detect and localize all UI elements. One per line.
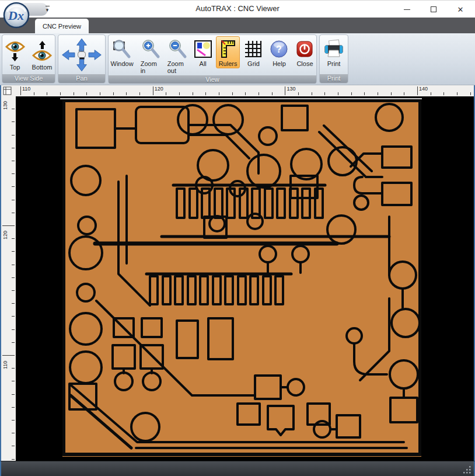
ruler-tick [12,381,15,381]
tab-bar: CNC Preview [0,18,475,33]
ruler-tick [404,92,404,95]
ruler-tick [205,92,206,95]
group-pan: Pan [58,34,106,84]
ruler-tick [470,92,471,95]
zoom-all-button[interactable]: All [191,36,215,68]
app-logo-icon[interactable]: Dx [3,2,30,31]
group-label-print: Print [320,74,348,83]
group-label-view-side: View Side [2,74,55,83]
all-label: All [200,60,207,67]
ruler-tick [100,92,100,95]
ruler-tick [378,92,378,95]
ruler-tick [12,186,15,187]
ruler-tick [232,92,233,95]
origin-icon [3,86,12,95]
maximize-icon [431,6,436,12]
ruler-tick [12,213,15,213]
ruler-tick [166,92,166,95]
ruler-tick [12,459,15,460]
grid-icon [244,39,263,60]
ruler-tick [351,92,352,95]
ruler-tick [34,92,34,95]
bottom-button[interactable]: Bottom [29,36,55,72]
horizontal-ruler: 110120130140 [16,85,474,96]
ruler-tick [431,92,431,95]
help-button[interactable]: ? Help [267,36,291,68]
vertical-ruler: 130120110 [1,96,16,461]
ruler-tick [126,92,127,95]
ruler-tick [312,92,312,95]
top-label: Top [10,64,20,71]
power-close-icon [295,39,314,60]
minimize-button[interactable] [393,1,420,18]
ruler-tick [12,200,15,200]
ruler-tick [12,420,15,421]
ruler-tick [74,92,74,95]
zoom-out-icon [167,39,187,60]
resize-grip[interactable] [462,465,471,474]
logo-text: Dx [8,8,24,23]
bottom-label: Bottom [32,64,53,71]
group-label-view: View [109,75,316,84]
ruler-tick [12,173,15,174]
zoom-out-button[interactable]: Zoom out [165,36,190,75]
ruler-origin-button[interactable] [1,85,16,96]
pan-up-arrow [77,39,87,51]
rulers-button[interactable]: Rulers [216,36,240,68]
cnc-viewport[interactable] [16,96,474,461]
ruler-tick [12,135,15,135]
ruler-label: 110 [22,86,30,92]
ruler-tick [12,265,15,265]
ruler-tick [443,92,444,95]
pan-down-arrow [77,58,87,71]
ruler-tick [12,407,15,408]
ruler-tick [2,355,15,356]
ruler-tick [2,225,15,226]
ruler-tick [324,92,325,95]
magnifier-window-icon [112,39,132,60]
close-window-button[interactable]: ✕ [447,1,474,18]
ruler-tick [391,92,392,95]
group-print: Print Print [319,34,348,84]
ruler-tick [12,316,15,317]
grid-button[interactable]: Grid [241,36,266,68]
pan-control[interactable] [60,36,103,74]
ruler-tick [113,92,114,95]
minimize-icon [404,9,410,10]
ruler-tick [12,303,15,304]
ruler-tick [60,92,61,95]
pan-left-arrow [62,50,75,60]
ruler-tick [12,148,15,148]
window-zoom-button[interactable]: Window [108,36,137,68]
workspace: 110120130140 130120110 [0,85,475,461]
print-button[interactable]: Print [320,36,347,68]
group-view: Window Zoom in [108,34,317,84]
ruler-label: 130 [287,86,295,92]
group-view-side: Top Bottom View Side [2,34,55,84]
ruler-tick [219,92,219,95]
zoom-in-button[interactable]: Zoom in [138,36,163,75]
ruler-label: 140 [419,86,428,92]
ribbon: Top Bottom View Side [0,33,475,85]
ruler-tick [12,446,15,446]
ruler-label: 130 [2,101,8,110]
zoom-all-icon [194,39,212,60]
ruler-tick [259,92,259,95]
ruler-tick [12,121,15,122]
ruler-tick [245,92,246,95]
ruler-tick [12,251,15,252]
window-controls: ✕ [393,1,474,18]
tab-cnc-preview[interactable]: CNC Preview [35,19,89,33]
maximize-button[interactable] [420,1,447,18]
help-label: Help [273,60,286,67]
ruler-tick [12,109,15,109]
pcb-board [62,100,421,457]
zoom-out-label: Zoom out [167,60,187,74]
ruler-tick [12,238,15,239]
ruler-tick [193,92,193,95]
close-label: Close [296,60,313,67]
top-button[interactable]: Top [2,36,28,72]
ruler-tick [285,86,285,95]
ruler-tick [12,433,15,433]
close-viewer-button[interactable]: Close [292,36,317,68]
